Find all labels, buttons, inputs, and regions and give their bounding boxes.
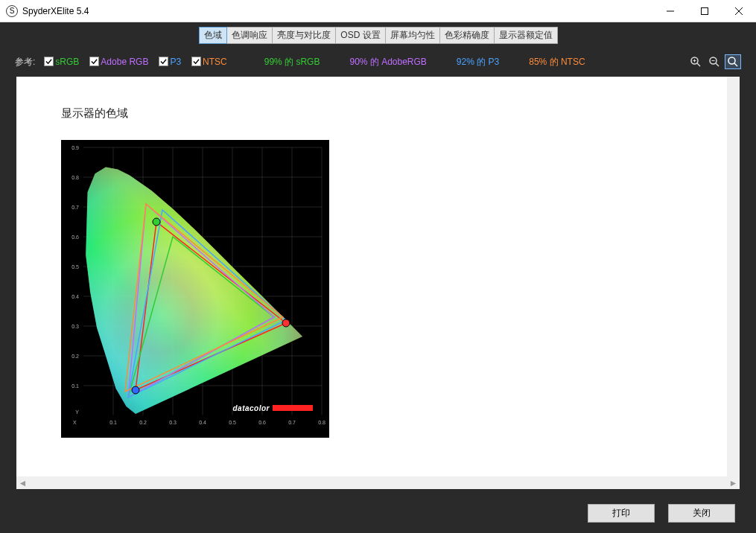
gamut-chart: 0.10.20.30.40.50.60.70.80.10.20.30.40.50… [61,140,329,438]
svg-text:0.3: 0.3 [169,420,177,425]
svg-line-5 [697,63,700,66]
svg-point-58 [132,386,139,394]
svg-marker-50 [86,167,302,414]
svg-line-12 [734,63,737,66]
reference-label: 参考: [15,56,35,68]
svg-point-57 [153,218,160,226]
svg-text:Y: Y [75,409,79,415]
svg-text:0.8: 0.8 [318,420,325,425]
app-icon: S [6,5,18,17]
tabbar-wrap: 色域色调响应亮度与对比度OSD 设置屏幕均匀性色彩精确度显示器额定值 [0,22,756,44]
scrollbar-vertical[interactable] [727,77,740,476]
print-button[interactable]: 打印 [588,504,655,523]
svg-line-9 [716,63,719,66]
app-body: 色域色调响应亮度与对比度OSD 设置屏幕均匀性色彩精确度显示器额定值 参考: s… [0,22,756,533]
svg-text:0.9: 0.9 [72,145,79,150]
zoom-in-icon[interactable] [687,54,704,69]
svg-text:0.7: 0.7 [288,420,296,425]
checkbox-adobe-rgb[interactable] [89,57,99,66]
checkbox-p3[interactable] [159,57,168,66]
svg-text:0.4: 0.4 [199,420,206,425]
svg-rect-1 [702,7,708,14]
svg-text:X: X [73,420,77,425]
svg-rect-60 [273,405,313,411]
stat-value: 99% 的 sRGB [264,56,320,68]
checkbox-srgb[interactable] [44,57,54,66]
tab-6[interactable]: 显示器额定值 [494,27,558,44]
section-title: 显示器的色域 [61,106,725,121]
svg-text:0.8: 0.8 [72,175,79,180]
scroll-right-icon[interactable]: ► [727,476,740,489]
svg-text:datacolor: datacolor [232,404,270,412]
tab-3[interactable]: OSD 设置 [335,27,385,44]
close-app-button[interactable]: 关闭 [668,504,735,523]
svg-text:0.4: 0.4 [72,294,79,299]
window-controls [653,0,756,22]
tab-2[interactable]: 亮度与对比度 [272,27,336,44]
tab-4[interactable]: 屏幕均匀性 [385,27,440,44]
svg-text:0.5: 0.5 [72,264,79,269]
tab-0[interactable]: 色域 [199,27,227,44]
svg-text:0.6: 0.6 [258,420,266,425]
svg-text:0.3: 0.3 [72,324,79,329]
ref-label-srgb: sRGB [55,57,79,67]
content-frame: 显示器的色域 0.10.20.30.40.50.60.70.80.10.20.3… [16,77,740,489]
stat-value: 90% 的 AdobeRGB [349,56,426,68]
svg-text:0.7: 0.7 [72,205,79,210]
maximize-button[interactable] [687,0,722,22]
gamut-stats: 99% 的 sRGB90% 的 AdobeRGB92% 的 P385% 的 NT… [264,56,585,68]
svg-text:0.2: 0.2 [139,420,147,425]
svg-text:0.5: 0.5 [229,420,236,425]
svg-point-11 [728,57,735,64]
stat-value: 85% 的 NTSC [529,56,585,68]
svg-text:0.2: 0.2 [72,354,79,359]
button-row: 打印 关闭 [0,497,756,533]
tabbar: 色域色调响应亮度与对比度OSD 设置屏幕均匀性色彩精确度显示器额定值 [199,27,556,44]
scroll-left-icon[interactable]: ◄ [16,476,29,489]
stat-value: 92% 的 P3 [457,56,499,68]
tab-5[interactable]: 色彩精确度 [439,27,495,44]
window-title: SpyderXElite 5.4 [22,6,653,16]
svg-text:0.1: 0.1 [72,383,79,389]
reference-row: 参考: sRGBAdobe RGBP3NTSC 99% 的 sRGB90% 的 … [0,44,756,77]
close-button[interactable] [722,0,756,22]
svg-text:0.1: 0.1 [109,420,117,425]
tab-1[interactable]: 色调响应 [226,27,273,44]
svg-text:0.6: 0.6 [72,234,79,240]
content-scroll[interactable]: 显示器的色域 0.10.20.30.40.50.60.70.80.10.20.3… [16,77,740,489]
zoom-out-icon[interactable] [706,54,722,69]
scrollbar-horizontal[interactable]: ◄ ► [16,476,740,489]
zoom-controls [687,54,741,69]
zoom-fit-icon[interactable] [725,54,741,69]
ref-label-ntsc: NTSC [203,57,227,67]
svg-point-56 [282,319,290,327]
minimize-button[interactable] [653,0,687,22]
ref-label-p3: P3 [170,57,181,67]
checkbox-ntsc[interactable] [191,57,201,66]
titlebar: S SpyderXElite 5.4 [0,0,756,22]
ref-label-adobe-rgb: Adobe RGB [101,57,148,67]
